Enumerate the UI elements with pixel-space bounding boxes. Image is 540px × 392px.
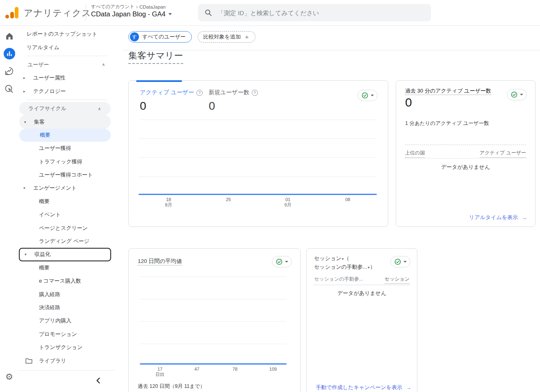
search-bar[interactable]: [198, 4, 431, 21]
expand-right-icon[interactable]: ▸: [23, 89, 25, 93]
breadcrumb-all-accounts[interactable]: すべてのアカウント: [91, 4, 134, 10]
help-icon[interactable]: ?: [196, 90, 203, 96]
manual-source-header: セッションの手動参...: [314, 276, 363, 284]
active-users-card: アクティブ ユーザー ? 0 新規ユーザー数 ? 0: [128, 80, 388, 227]
sidebar-item-checkout-journey[interactable]: 決済経路: [18, 301, 115, 314]
comparison-chips: す すべてのユーザー 比較対象を追加 ＋: [128, 31, 255, 43]
data-quality-dropdown[interactable]: [390, 256, 410, 267]
x-axis-tick: 188月: [161, 197, 176, 208]
sidebar-item-user-acquisition[interactable]: ユーザー獲得: [18, 142, 115, 155]
data-quality-dropdown[interactable]: [272, 256, 292, 267]
sidebar-item-technology[interactable]: ▸ テクノロジー: [18, 85, 115, 98]
admin-gear-icon[interactable]: ⚙: [0, 372, 18, 381]
sidebar-item-traffic-acquisition[interactable]: トラフィック獲得: [18, 155, 115, 168]
sidebar-item-acquisition[interactable]: ▾ 集客: [19, 115, 111, 128]
reports-icon-active[interactable]: [0, 48, 18, 59]
add-comparison-chip[interactable]: 比較対象を追加 ＋: [198, 31, 255, 43]
search-icon: [205, 9, 212, 16]
explore-icon[interactable]: [0, 66, 18, 76]
sidebar-item-pages-screens[interactable]: ページとスクリーン: [18, 221, 115, 234]
search-input[interactable]: [217, 9, 415, 17]
arrow-right-icon: →: [406, 385, 411, 391]
chart-gridline: [139, 138, 377, 139]
nav-rail: ⚙: [0, 25, 19, 392]
app-header: アナリティクス すべてのアカウント › CDataJapan CData Jap…: [0, 0, 540, 26]
sidebar-section-user[interactable]: ユーザー ∧: [18, 58, 115, 71]
sidebar-item-monetization-overview[interactable]: 概要: [18, 261, 115, 274]
sessions-table-header: セッションの手動参... セッション: [314, 276, 410, 284]
chart-gridline: [139, 120, 377, 120]
chart-gridline: [140, 299, 287, 299]
sidebar-item-promotions[interactable]: プロモーション: [18, 328, 115, 341]
sidebar-divider: [27, 56, 107, 56]
sidebar-item-engagement-overview[interactable]: 概要: [18, 195, 115, 208]
property-selector[interactable]: CData Japan Blog - GA4: [91, 10, 172, 18]
sidebar-item-monetization-focused[interactable]: ▾ 収益化: [19, 248, 111, 261]
data-quality-dropdown[interactable]: [358, 90, 378, 101]
arrow-right-icon: →: [522, 215, 527, 221]
sidebar-item-landing-pages[interactable]: ランディング ページ: [18, 235, 115, 248]
chevron-down-icon[interactable]: ▾: [342, 257, 344, 261]
average-120days-card: 120 日間の平均値 17日目 47 78 109 過去 120: [128, 248, 301, 392]
x-axis-tick: 08: [340, 197, 355, 202]
x-axis-tick: 17日目: [153, 367, 167, 377]
home-icon[interactable]: [0, 32, 18, 41]
sidebar-item-library[interactable]: ライブラリ: [18, 354, 115, 367]
x-axis-tick: 25: [221, 197, 236, 202]
table-divider: [313, 285, 410, 285]
data-quality-dropdown[interactable]: [507, 89, 527, 100]
chevron-down-icon[interactable]: ▾: [368, 265, 370, 270]
sidebar-item-user-attributes[interactable]: ▸ ユーザー属性: [18, 71, 115, 84]
sidebar-section-lifecycle[interactable]: ライフサイクル ∧: [19, 102, 111, 115]
active-users-header[interactable]: アクティブ ユーザー: [480, 150, 526, 158]
chart-gridline: [139, 177, 377, 177]
plus-icon: ＋: [244, 33, 250, 41]
sessions-card-title[interactable]: セッション▾（ セッションの手動参...▾）: [314, 254, 375, 272]
sessions-card: セッション▾（ セッションの手動参...▾） セッションの手動参... セッショ…: [306, 248, 417, 392]
expand-down-icon[interactable]: ▾: [25, 252, 27, 256]
expand-down-icon[interactable]: ▾: [24, 120, 26, 124]
all-users-chip[interactable]: す すべてのユーザー: [128, 31, 192, 43]
metric-active-users[interactable]: アクティブ ユーザー ? 0: [140, 89, 203, 113]
realtime-title: 過去 30 分のアクティブ ユーザー数: [405, 87, 491, 95]
check-circle-icon: [276, 258, 283, 265]
x-axis-tick: 78: [228, 367, 242, 372]
folder-icon: [25, 358, 32, 364]
date-range-footer: 過去 120 日間（9月 11まで）: [138, 383, 205, 390]
sidebar-item-engagement[interactable]: ▾ エンゲージメント: [18, 181, 115, 195]
sidebar-item-acquisition-overview-selected[interactable]: 概要: [19, 129, 111, 142]
analytics-logo-icon[interactable]: [5, 6, 20, 20]
property-name: CData Japan Blog - GA4: [91, 10, 166, 18]
metric-new-users[interactable]: 新規ユーザー数 ? 0: [209, 89, 258, 113]
view-manual-campaigns-link[interactable]: 手動で作成したキャンペーンを表示 →: [316, 384, 411, 391]
realtime-card: 過去 30 分のアクティブ ユーザー数 0 1 分あたりのアクティブ ユーザー数…: [396, 80, 535, 227]
advertising-icon[interactable]: [0, 84, 18, 94]
x-axis-tick: 019月: [280, 197, 295, 208]
chevron-down-icon: [371, 95, 374, 96]
sessions-header[interactable]: セッション: [385, 276, 410, 284]
sidebar-item-in-app-purchases[interactable]: アプリ内購入: [18, 314, 115, 327]
sidebar-item-purchase-journey[interactable]: 購入経路: [18, 288, 115, 301]
sidebar-item-reports-snapshot[interactable]: レポートのスナップショット: [18, 27, 115, 41]
view-realtime-link[interactable]: リアルタイムを表示 →: [469, 214, 527, 221]
expand-right-icon[interactable]: ▸: [23, 76, 25, 80]
sidebar-item-realtime[interactable]: リアルタイム: [18, 41, 115, 54]
chevron-up-icon[interactable]: ∧: [98, 106, 101, 111]
sidebar-item-transactions[interactable]: トランザクション: [18, 341, 115, 354]
expand-down-icon[interactable]: ▾: [23, 186, 25, 190]
chevron-up-icon[interactable]: ∧: [102, 62, 105, 67]
sidebar-item-ecommerce-purchases[interactable]: e コマース購入数: [18, 274, 115, 288]
sidebar-item-events[interactable]: イベント: [18, 208, 115, 221]
page-title: 集客サマリー: [128, 50, 183, 62]
breadcrumb-account[interactable]: CDataJapan: [139, 5, 166, 9]
collapse-left-icon[interactable]: [93, 376, 103, 385]
chevron-down-icon: [403, 261, 407, 263]
realtime-value: 0: [405, 95, 412, 109]
help-icon[interactable]: ?: [252, 90, 258, 96]
sidebar-item-user-acquisition-cohorts[interactable]: ユーザー獲得コホート: [18, 168, 115, 181]
chart-gridline: [139, 157, 377, 158]
segment-avatar: す: [130, 32, 139, 41]
breadcrumb: すべてのアカウント › CDataJapan: [91, 4, 166, 10]
bar-chart-icon: [7, 51, 12, 57]
top-countries-header[interactable]: 上位の国: [405, 150, 425, 158]
